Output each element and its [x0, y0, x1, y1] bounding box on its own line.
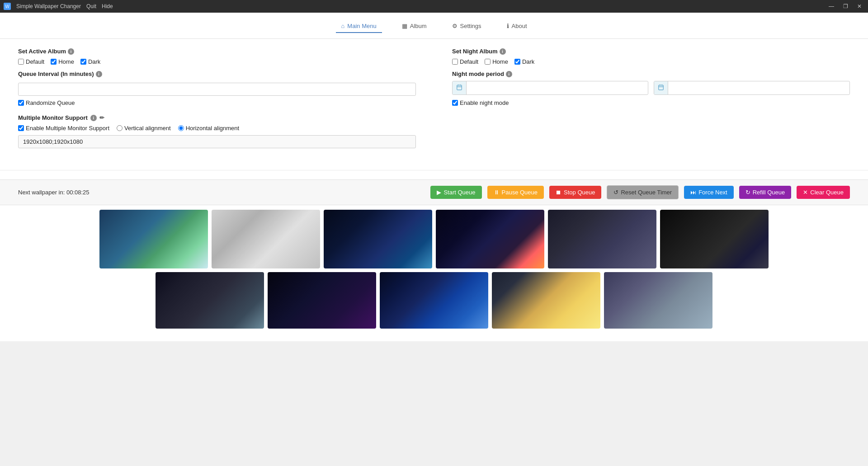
- end-time-wrapper: 06:00: [654, 81, 850, 95]
- settings-panel: Set Active Album i Default Home Dark: [0, 39, 868, 166]
- svg-rect-4: [659, 85, 664, 90]
- gallery-image-2[interactable]: [212, 210, 320, 268]
- enable-night-mode-label[interactable]: Enable night mode: [452, 99, 850, 106]
- active-album-title: Set Active Album i: [18, 48, 416, 55]
- menu-hide[interactable]: Hide: [102, 3, 113, 9]
- night-album-title: Set Night Album i: [452, 48, 850, 55]
- gallery-image-3[interactable]: [324, 210, 432, 268]
- stop-queue-button[interactable]: ⏹ Stop Queue: [549, 186, 601, 199]
- app-icon: W: [4, 3, 11, 10]
- pause-queue-pause-icon: ⏸: [494, 189, 500, 196]
- close-button[interactable]: ✕: [854, 2, 864, 10]
- refill-queue-button[interactable]: ↻ Refill Queue: [739, 186, 792, 199]
- gallery-section: [0, 205, 868, 341]
- gallery-image-4[interactable]: [436, 210, 544, 268]
- clear-queue-clear-icon: ✕: [803, 189, 808, 196]
- tab-about-label: About: [512, 23, 527, 29]
- menu-quit[interactable]: Quit: [86, 3, 96, 9]
- home-icon: ⌂: [341, 23, 345, 29]
- restore-button[interactable]: ❐: [840, 2, 851, 10]
- svg-rect-0: [457, 85, 462, 90]
- horizontal-alignment-label[interactable]: Horizontal alignment: [178, 125, 240, 132]
- album-settings-row: Set Active Album i Default Home Dark: [18, 48, 850, 148]
- titlebar: W Simple Wallpaper Changer Quit Hide — ❐…: [0, 0, 868, 13]
- active-dark-checkbox[interactable]: [80, 59, 86, 65]
- queue-interval-title: Queue Interval (In minutes) i: [18, 71, 416, 77]
- force-next-button[interactable]: ⏭ Force Next: [684, 186, 734, 199]
- gallery-row-2: [9, 272, 859, 329]
- tab-album[interactable]: ▦ Album: [396, 20, 432, 33]
- enable-night-mode-checkbox[interactable]: [452, 100, 458, 106]
- queue-interval-input[interactable]: 10: [18, 83, 416, 96]
- gallery-image-9[interactable]: [380, 272, 488, 329]
- queue-interval-info-icon[interactable]: i: [96, 71, 102, 77]
- start-time-wrapper: 18:00: [452, 81, 648, 95]
- gallery-row-1: [9, 210, 859, 268]
- night-default-checkbox[interactable]: [452, 59, 458, 65]
- night-home-checkbox[interactable]: [485, 59, 491, 65]
- night-mode-period-info-icon[interactable]: i: [506, 71, 512, 77]
- active-default-checkbox-label[interactable]: Default: [18, 58, 44, 65]
- night-mode-period-title: Night mode period i: [452, 71, 850, 77]
- force-next-forward-icon: ⏭: [690, 189, 696, 196]
- end-time-input[interactable]: 06:00: [668, 82, 849, 94]
- pause-queue-button[interactable]: ⏸ Pause Queue: [487, 186, 544, 199]
- active-album-section: Set Active Album i Default Home Dark: [18, 48, 416, 148]
- active-dark-checkbox-label[interactable]: Dark: [80, 58, 100, 65]
- gallery-image-7[interactable]: [156, 272, 264, 329]
- settings-icon: ⚙: [452, 23, 458, 29]
- randomize-queue-checkbox[interactable]: [18, 100, 24, 106]
- gallery-image-6[interactable]: [660, 210, 769, 268]
- album-icon: ▦: [402, 23, 407, 29]
- tab-settings-label: Settings: [460, 23, 481, 29]
- night-home-checkbox-label[interactable]: Home: [485, 58, 508, 65]
- monitor-title: Multiple Monitor Support i ✏: [18, 114, 416, 121]
- gallery-image-5[interactable]: [548, 210, 656, 268]
- settings-divider: [0, 170, 868, 170]
- start-time-icon: [453, 81, 467, 94]
- monitor-section: Multiple Monitor Support i ✏ Enable Mult…: [18, 114, 416, 148]
- tab-settings[interactable]: ⚙ Settings: [447, 20, 487, 33]
- tab-main-menu[interactable]: ⌂ Main Menu: [336, 20, 382, 33]
- tab-about[interactable]: ℹ About: [501, 20, 533, 33]
- monitor-options: Enable Multiple Monitor Support Vertical…: [18, 125, 416, 132]
- enable-monitor-checkbox[interactable]: [18, 125, 24, 131]
- app-title: Simple Wallpaper Changer: [16, 3, 81, 9]
- randomize-queue-label[interactable]: Randomize Queue: [18, 99, 416, 106]
- gallery-image-11[interactable]: [604, 272, 712, 329]
- tab-main-menu-label: Main Menu: [347, 23, 376, 29]
- active-home-checkbox-label[interactable]: Home: [51, 58, 74, 65]
- reset-timer-reset-icon: ↺: [613, 189, 618, 196]
- reset-timer-button[interactable]: ↺ Reset Queue Timer: [607, 185, 679, 199]
- titlebar-menu: Quit Hide: [86, 3, 113, 9]
- start-queue-play-icon: ▶: [437, 189, 441, 196]
- active-default-checkbox[interactable]: [18, 59, 24, 65]
- next-wallpaper-text: Next wallpaper in: 00:08:25: [18, 189, 90, 196]
- monitor-info-icon[interactable]: i: [90, 115, 97, 121]
- gallery-image-8[interactable]: [268, 272, 376, 329]
- end-time-icon: [654, 81, 668, 94]
- gallery-image-1[interactable]: [99, 210, 208, 268]
- active-album-info-icon[interactable]: i: [68, 48, 74, 55]
- night-album-info-icon[interactable]: i: [500, 48, 506, 55]
- start-queue-button[interactable]: ▶ Start Queue: [430, 186, 481, 199]
- monitor-resolution-display: 1920x1080;1920x1080: [18, 135, 416, 148]
- vertical-alignment-radio[interactable]: [117, 125, 123, 131]
- clear-queue-button[interactable]: ✕ Clear Queue: [797, 186, 850, 199]
- minimize-button[interactable]: —: [826, 2, 837, 10]
- start-time-input[interactable]: 18:00: [467, 82, 648, 94]
- vertical-alignment-label[interactable]: Vertical alignment: [117, 125, 171, 132]
- night-album-checkboxes: Default Home Dark: [452, 58, 850, 65]
- active-home-checkbox[interactable]: [51, 59, 57, 65]
- monitor-edit-icon[interactable]: ✏: [99, 114, 104, 121]
- titlebar-left: W Simple Wallpaper Changer Quit Hide: [4, 3, 113, 10]
- enable-monitor-label[interactable]: Enable Multiple Monitor Support: [18, 125, 109, 132]
- night-dark-checkbox-label[interactable]: Dark: [514, 58, 534, 65]
- night-dark-checkbox[interactable]: [514, 59, 520, 65]
- gallery-image-10[interactable]: [492, 272, 600, 329]
- time-input-group: 18:00 06:00: [452, 81, 850, 95]
- horizontal-alignment-radio[interactable]: [178, 125, 184, 131]
- night-default-checkbox-label[interactable]: Default: [452, 58, 478, 65]
- main-content: ⌂ Main Menu ▦ Album ⚙ Settings ℹ About S…: [0, 13, 868, 341]
- night-album-section: Set Night Album i Default Home Dark: [452, 48, 850, 148]
